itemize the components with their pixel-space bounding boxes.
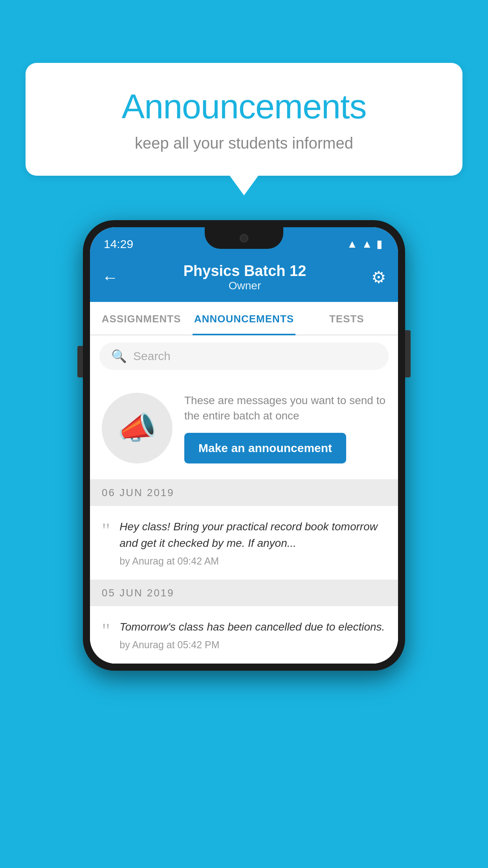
announcement-item-1[interactable]: " Hey class! Bring your practical record… <box>90 506 398 580</box>
status-time: 14:29 <box>104 237 133 251</box>
promo-icon-circle: 📣 <box>102 393 172 463</box>
speech-bubble-subtitle: keep all your students informed <box>57 134 431 152</box>
announcement-text-2: Tomorrow's class has been cancelled due … <box>119 619 386 635</box>
search-placeholder: Search <box>133 349 171 363</box>
date-separator-2: 05 JUN 2019 <box>90 580 398 606</box>
search-icon: 🔍 <box>111 349 127 364</box>
make-announcement-button[interactable]: Make an announcement <box>184 433 346 463</box>
phone-mockup: 14:29 ▲ ▲ ▮ ← Physics Batch 12 Owner ⚙ <box>83 220 405 671</box>
front-camera <box>240 234 248 243</box>
date-separator-1: 06 JUN 2019 <box>90 480 398 506</box>
quote-icon-2: " <box>102 621 110 641</box>
speech-bubble-title: Announcements <box>57 86 431 127</box>
batch-title: Physics Batch 12 <box>183 263 306 280</box>
tab-announcements[interactable]: ANNOUNCEMENTS <box>193 302 295 335</box>
quote-icon-1: " <box>102 520 110 541</box>
announcement-text-1: Hey class! Bring your practical record b… <box>119 519 386 552</box>
back-button[interactable]: ← <box>102 268 118 287</box>
announcement-meta-1: by Anurag at 09:42 AM <box>119 555 386 567</box>
promo-section: 📣 These are messages you want to send to… <box>90 377 398 480</box>
app-header: ← Physics Batch 12 Owner ⚙ <box>90 255 398 302</box>
tab-assignments[interactable]: ASSIGNMENTS <box>90 302 193 335</box>
announcement-meta-2: by Anurag at 05:42 PM <box>119 639 386 651</box>
search-bar[interactable]: 🔍 Search <box>99 342 389 370</box>
speech-bubble-section: Announcements keep all your students inf… <box>26 63 462 176</box>
battery-icon: ▮ <box>376 237 382 250</box>
phone-outer: 14:29 ▲ ▲ ▮ ← Physics Batch 12 Owner ⚙ <box>83 220 405 671</box>
settings-icon[interactable]: ⚙ <box>371 268 386 287</box>
phone-screen: 14:29 ▲ ▲ ▮ ← Physics Batch 12 Owner ⚙ <box>90 227 398 664</box>
announcement-content-2: Tomorrow's class has been cancelled due … <box>119 619 386 651</box>
announcement-item-2[interactable]: " Tomorrow's class has been cancelled du… <box>90 606 398 664</box>
speech-bubble: Announcements keep all your students inf… <box>26 63 462 176</box>
tab-tests[interactable]: TESTS <box>295 302 398 335</box>
wifi-icon: ▲ <box>347 238 358 250</box>
phone-notch <box>205 227 283 249</box>
search-container: 🔍 Search <box>90 335 398 377</box>
promo-description: These are messages you want to send to t… <box>184 393 386 423</box>
megaphone-icon: 📣 <box>117 410 157 447</box>
header-title-group: Physics Batch 12 Owner <box>183 263 306 292</box>
status-icons: ▲ ▲ ▮ <box>347 237 382 250</box>
tabs-bar: ASSIGNMENTS ANNOUNCEMENTS TESTS <box>90 302 398 335</box>
promo-content: These are messages you want to send to t… <box>184 393 386 463</box>
announcement-content-1: Hey class! Bring your practical record b… <box>119 519 386 567</box>
batch-role: Owner <box>183 280 306 292</box>
signal-icon: ▲ <box>361 238 372 250</box>
